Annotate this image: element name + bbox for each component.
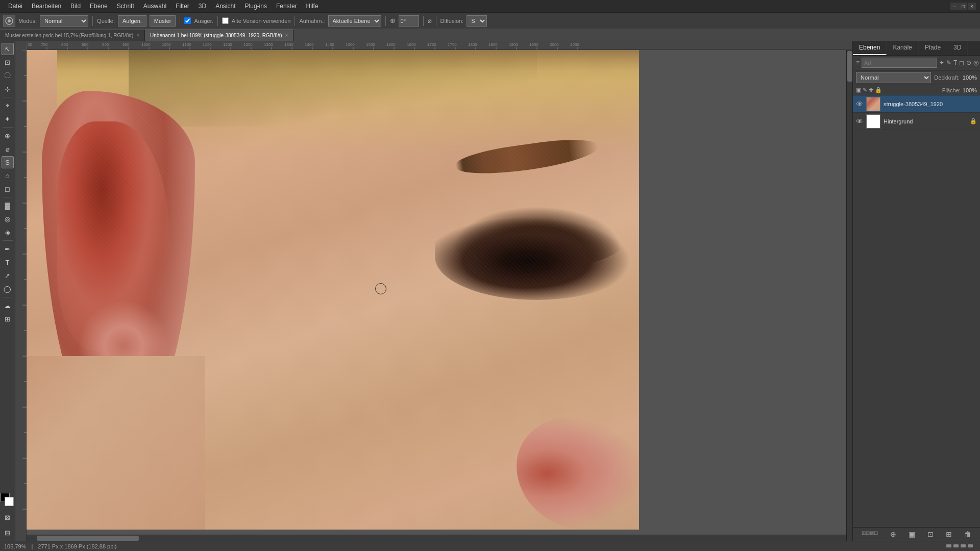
- add-layer-button[interactable]: ⊞: [946, 530, 952, 538]
- lasso-tool-button[interactable]: 〇: [2, 69, 14, 82]
- canvas-image: [27, 50, 639, 530]
- layers-shape-icon[interactable]: ◻: [959, 59, 964, 66]
- menu-item-datei[interactable]: Datei: [4, 2, 27, 11]
- svg-text:1500: 1500: [346, 42, 355, 47]
- type-tool-button[interactable]: T: [2, 256, 14, 268]
- svg-text:1250: 1250: [243, 42, 253, 47]
- layer-item-hintergrund[interactable]: 👁 Hintergrund 🔒: [853, 113, 980, 130]
- status-indicator: [945, 542, 976, 550]
- separator-2: [180, 16, 180, 26]
- path-select-button[interactable]: ↗: [2, 269, 14, 282]
- lock-position-icon[interactable]: ✚: [869, 87, 873, 93]
- tab-unbenannt-close[interactable]: ×: [285, 33, 288, 38]
- svg-text:1200: 1200: [223, 42, 232, 47]
- layer-visibility-struggle[interactable]: 👁: [856, 100, 863, 108]
- delete-layer-button[interactable]: 🗑: [964, 530, 971, 538]
- opacity-value: 100%: [963, 74, 977, 81]
- status-bar: 106,79% | 2771 Px x 1869 Px (182,88 ppi): [0, 541, 980, 551]
- quick-select-button[interactable]: ⊹: [2, 83, 14, 95]
- vertical-scrollbar[interactable]: [846, 50, 852, 541]
- menu-item-bearbeiten[interactable]: Bearbeiten: [28, 2, 65, 11]
- blur-button[interactable]: ◎: [2, 213, 14, 225]
- menu-item-ansicht[interactable]: Ansicht: [211, 2, 239, 11]
- gradient-button[interactable]: ▓: [2, 199, 14, 212]
- menu-item-auswahl[interactable]: Auswahl: [139, 2, 170, 11]
- mode-dropdown[interactable]: Normal Multiplizieren Aufhellen: [40, 15, 88, 27]
- tab-3d[interactable]: 3D: [947, 41, 968, 55]
- blend-mode-dropdown[interactable]: Normal Multiplizieren Aufhellen Abdunkel…: [856, 72, 931, 83]
- layer-item-struggle[interactable]: 👁 struggle-3805349_1920: [853, 95, 980, 113]
- tab-pfade[interactable]: Pfade: [919, 41, 947, 55]
- maximize-button[interactable]: □: [959, 3, 967, 10]
- menu-item-filter[interactable]: Filter: [172, 2, 193, 11]
- zoom-tool-button[interactable]: ⊞: [2, 313, 14, 325]
- pen-tool-button[interactable]: ✒: [2, 243, 14, 255]
- history-brush-button[interactable]: ⌂: [2, 169, 14, 182]
- brush-icon[interactable]: ⌀: [428, 17, 432, 24]
- hand-tool-button[interactable]: ☁: [2, 299, 14, 312]
- svg-text:1300: 1300: [264, 42, 273, 47]
- canvas-scroll[interactable]: [27, 50, 852, 541]
- lock-image-icon[interactable]: ✎: [863, 87, 867, 93]
- screen-mode-button[interactable]: ⊟: [2, 527, 14, 539]
- layers-text-icon[interactable]: T: [953, 59, 957, 66]
- marquee-tool-button[interactable]: ⊡: [2, 56, 14, 68]
- layer-name-hintergrund: Hintergrund: [884, 118, 967, 124]
- zoom-level: 106,79%: [4, 543, 26, 549]
- muster-button[interactable]: Muster: [150, 15, 176, 27]
- tab-muster[interactable]: Muster erstellen.psdc bei 15,7% (Farbfül…: [0, 30, 145, 41]
- angle-input[interactable]: [399, 15, 419, 27]
- dodge-button[interactable]: ◈: [2, 226, 14, 238]
- layers-search-input[interactable]: [862, 58, 937, 68]
- spot-heal-button[interactable]: ⊕: [2, 130, 14, 142]
- layers-smart-icon[interactable]: ⊙: [966, 59, 971, 66]
- tool-separator-2: [3, 127, 13, 128]
- menu-item-ebene[interactable]: Ebene: [86, 2, 112, 11]
- menu-item-3d[interactable]: 3D: [194, 2, 210, 11]
- menu-bar: Datei Bearbeiten Bild Ebene Schrift Ausw…: [0, 0, 980, 12]
- tab-ebenen[interactable]: Ebenen: [853, 41, 887, 55]
- shape-tool-button[interactable]: ◯: [2, 283, 14, 295]
- minimize-button[interactable]: –: [950, 3, 959, 10]
- menu-item-schrift[interactable]: Schrift: [113, 2, 138, 11]
- source-label: Quelle:: [97, 18, 115, 24]
- menu-item-bild[interactable]: Bild: [66, 2, 85, 11]
- blend-mode-row: Normal Multiplizieren Aufhellen Abdunkel…: [853, 70, 980, 85]
- eraser-button[interactable]: ◻: [2, 183, 14, 195]
- aufgen-button[interactable]: Aufgen.: [118, 15, 146, 27]
- alte-version-checkbox[interactable]: [222, 17, 229, 24]
- tab-muster-close[interactable]: ×: [136, 33, 139, 38]
- align-icon[interactable]: ⊕: [390, 17, 396, 24]
- add-adjustment-button[interactable]: ⊕: [890, 530, 896, 538]
- menu-item-fenster[interactable]: Fenster: [272, 2, 301, 11]
- separator-5: [385, 16, 386, 26]
- lock-all-icon[interactable]: 🔒: [875, 87, 882, 93]
- lock-transparent-icon[interactable]: ▣: [856, 87, 861, 93]
- move-tool-button[interactable]: ↖: [2, 43, 14, 55]
- separator-3: [217, 16, 218, 26]
- crop-tool-button[interactable]: ⌖: [2, 99, 14, 112]
- layer-visibility-hintergrund[interactable]: 👁: [856, 117, 863, 126]
- aufnahme-dropdown[interactable]: Aktuelle Ebene Alle Ebenen: [328, 15, 381, 27]
- layers-toggle-icon[interactable]: ◎: [973, 59, 978, 66]
- diffusion-dropdown[interactable]: S M L: [467, 15, 487, 27]
- layers-kind-icon[interactable]: ✦: [939, 59, 944, 66]
- close-button[interactable]: ×: [968, 3, 976, 10]
- ausger-checkbox[interactable]: [184, 17, 191, 24]
- quick-mask-button[interactable]: ⊠: [2, 511, 14, 523]
- svg-text:1450: 1450: [325, 42, 334, 47]
- add-layer-group-button[interactable]: ⊡: [927, 530, 934, 538]
- tab-unbenannt[interactable]: Unbenannt-1 bei 109% (struggle-3805349_1…: [145, 30, 293, 41]
- eyedropper-button[interactable]: ✦: [2, 113, 14, 125]
- menu-item-plugins[interactable]: Plug-ins: [241, 2, 271, 11]
- horizontal-scrollbar[interactable]: [27, 535, 846, 541]
- menu-item-hilfe[interactable]: Hilfe: [302, 2, 323, 11]
- layers-adj-icon[interactable]: ✎: [946, 59, 951, 66]
- add-mask-button[interactable]: ▣: [909, 530, 915, 538]
- separator-1: [92, 16, 93, 26]
- tool-preview-icon[interactable]: [3, 15, 15, 27]
- background-color[interactable]: [5, 497, 14, 506]
- clone-stamp-button[interactable]: S: [2, 156, 14, 168]
- brush-tool-button[interactable]: ⌀: [2, 143, 14, 155]
- tab-kanaele[interactable]: Kanäle: [887, 41, 918, 55]
